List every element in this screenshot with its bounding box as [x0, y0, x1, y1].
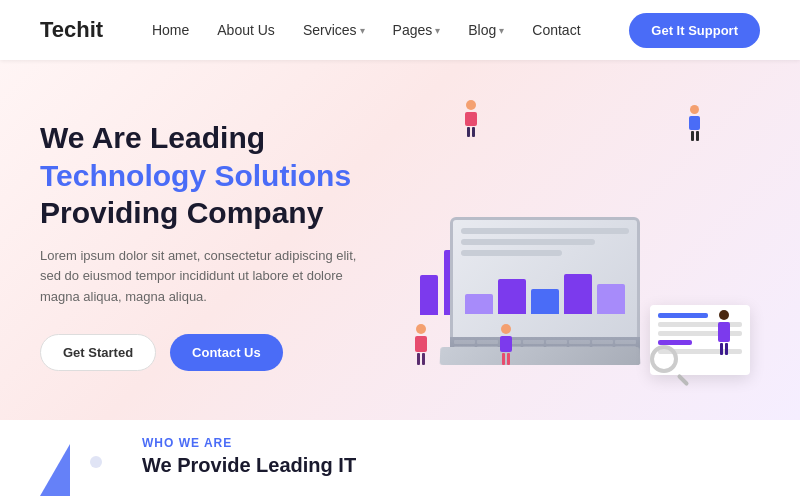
nav-links: Home About Us Services ▾ Pages ▾ Blog ▾ … — [152, 22, 581, 38]
screen-bar-element — [465, 294, 493, 314]
get-started-button[interactable]: Get Started — [40, 334, 156, 371]
hero-content: We Are Leading Technology Solutions Prov… — [40, 119, 400, 371]
nav-item-about[interactable]: About Us — [217, 22, 275, 38]
screen-bar-element — [531, 289, 559, 314]
who-label: WHO WE ARE — [142, 436, 232, 450]
bottom-section: WHO WE ARE We Provide Leading IT — [0, 420, 800, 500]
screen-line-3 — [461, 250, 562, 256]
chevron-down-icon: ▾ — [360, 25, 365, 36]
hero-buttons: Get Started Contact Us — [40, 334, 400, 371]
hero-description: Lorem ipsum dolor sit amet, consectetur … — [40, 246, 360, 308]
hero-illustration — [400, 90, 760, 400]
isometric-illustration — [410, 95, 750, 395]
triangle-decoration — [40, 444, 70, 496]
contact-us-button[interactable]: Contact Us — [170, 334, 283, 371]
navbar: Techit Home About Us Services ▾ Pages ▾ … — [0, 0, 800, 60]
screen-bar-element — [597, 284, 625, 314]
person-figure-1 — [465, 100, 477, 137]
chevron-down-icon: ▾ — [435, 25, 440, 36]
magnifier-icon — [650, 345, 690, 385]
nav-item-blog[interactable]: Blog ▾ — [468, 22, 504, 38]
bar-element — [420, 275, 438, 315]
person-figure-3 — [718, 310, 730, 355]
chevron-down-icon: ▾ — [499, 25, 504, 36]
person-figure-2 — [415, 324, 427, 365]
person-figure-4 — [689, 105, 700, 141]
screen-bar-element — [498, 279, 526, 314]
laptop-base — [440, 347, 641, 365]
who-we-are-block: WHO WE ARE We Provide Leading IT — [142, 436, 356, 477]
laptop-screen — [450, 217, 640, 347]
nav-item-home[interactable]: Home — [152, 22, 189, 38]
nav-item-pages[interactable]: Pages ▾ — [393, 22, 441, 38]
screen-line-1 — [461, 228, 629, 234]
nav-item-contact[interactable]: Contact — [532, 22, 580, 38]
circle-decoration — [90, 456, 102, 468]
screen-line-2 — [461, 239, 595, 245]
brand-logo: Techit — [40, 17, 103, 43]
person-figure-5 — [500, 324, 512, 365]
screen-bars — [461, 264, 629, 314]
hero-title: We Are Leading Technology Solutions Prov… — [40, 119, 400, 232]
get-support-button[interactable]: Get It Support — [629, 13, 760, 48]
nav-item-services[interactable]: Services ▾ — [303, 22, 365, 38]
who-title: We Provide Leading IT — [142, 454, 356, 477]
hero-section: We Are Leading Technology Solutions Prov… — [0, 60, 800, 420]
screen-bar-element — [564, 274, 592, 314]
